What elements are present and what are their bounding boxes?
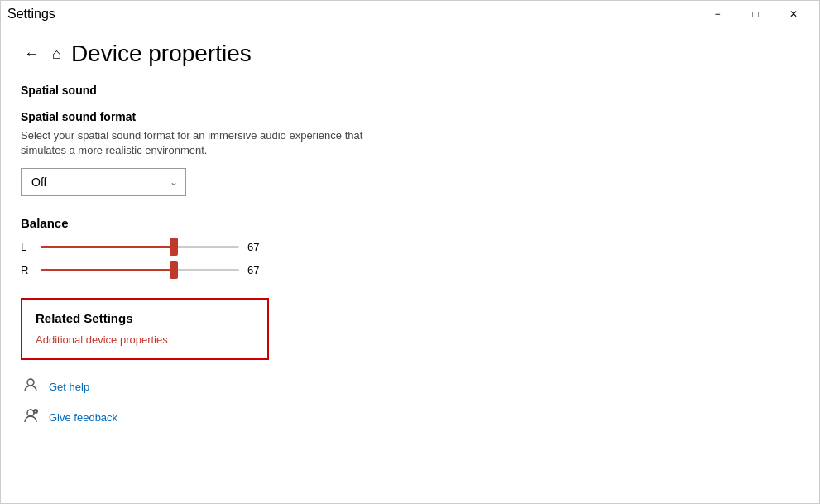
spatial-sound-dropdown[interactable]: Off Windows Sonic for Headphones Dolby A… <box>21 168 186 196</box>
right-slider-thumb[interactable] <box>170 261 178 279</box>
right-slider-track <box>41 269 239 271</box>
close-button[interactable]: ✕ <box>774 1 813 27</box>
spatial-sound-description: Select your spatial sound format for an … <box>21 128 401 158</box>
left-channel-row: L 67 <box>21 238 799 255</box>
give-feedback-item[interactable]: + Give feedback <box>21 407 799 428</box>
balance-label: Balance <box>21 216 799 230</box>
get-help-link[interactable]: Get help <box>49 381 89 393</box>
back-button[interactable]: ← <box>21 42 42 66</box>
left-channel-label: L <box>21 241 32 253</box>
back-icon: ← <box>24 46 39 63</box>
left-slider-container <box>41 238 239 255</box>
spatial-sound-heading: Spatial sound <box>21 84 799 97</box>
spatial-sound-dropdown-container: Off Windows Sonic for Headphones Dolby A… <box>21 168 186 196</box>
left-slider-track <box>41 246 239 248</box>
main-content: ← ⌂ Device properties Spatial sound Spat… <box>1 27 819 451</box>
right-slider-fill <box>41 269 174 271</box>
svg-text:+: + <box>35 409 37 414</box>
home-icon: ⌂ <box>52 46 61 63</box>
right-channel-row: R 67 <box>21 262 799 278</box>
left-slider-fill <box>41 246 174 248</box>
spatial-sound-format-label: Spatial sound format <box>21 110 799 123</box>
page-title: Device properties <box>71 41 252 67</box>
related-settings-heading: Related Settings <box>36 311 254 325</box>
minimize-button[interactable]: − <box>698 1 736 27</box>
related-settings-box: Related Settings Additional device prope… <box>21 298 269 360</box>
give-feedback-link[interactable]: Give feedback <box>49 411 117 424</box>
give-feedback-icon: + <box>21 407 41 428</box>
svg-point-1 <box>27 410 34 416</box>
page-header: ← ⌂ Device properties <box>21 41 799 67</box>
get-help-item[interactable]: Get help <box>21 377 799 397</box>
maximize-button[interactable]: □ <box>736 1 774 27</box>
title-bar-title: Settings <box>7 7 55 22</box>
right-slider-value: 67 <box>247 264 267 276</box>
help-section: Get help + Give feedback <box>21 377 799 428</box>
right-slider-container <box>41 262 239 278</box>
title-bar-controls: − □ ✕ <box>698 1 813 27</box>
left-slider-thumb[interactable] <box>170 238 178 256</box>
title-bar: Settings − □ ✕ <box>1 1 819 27</box>
title-bar-left: Settings <box>7 7 55 22</box>
left-slider-value: 67 <box>247 241 267 253</box>
get-help-icon <box>21 377 41 397</box>
balance-section: Balance L 67 R <box>21 216 799 278</box>
window: Settings − □ ✕ ← ⌂ Device properties Spa… <box>0 0 820 504</box>
right-channel-label: R <box>21 264 32 276</box>
additional-device-properties-link[interactable]: Additional device properties <box>36 334 168 346</box>
svg-point-0 <box>27 379 34 386</box>
